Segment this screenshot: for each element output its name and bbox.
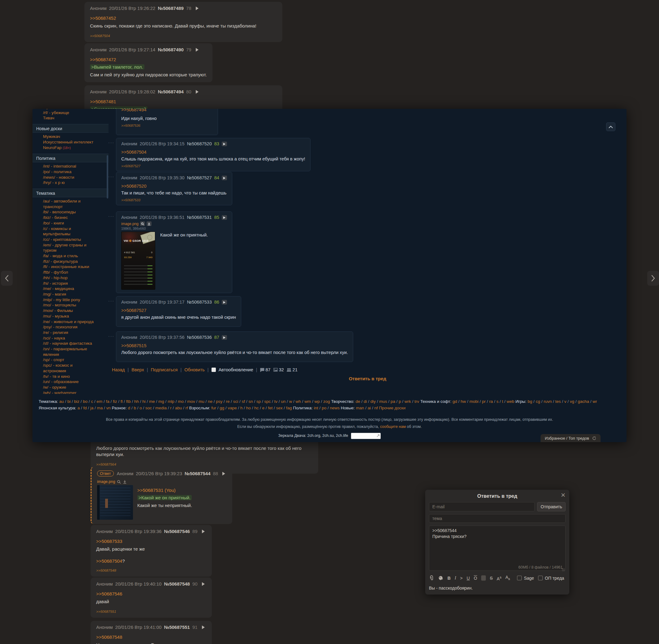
sidebar-board-link[interactable]: /re/ - религия (32, 330, 94, 336)
board-link[interactable]: media (155, 406, 167, 410)
send-button[interactable]: Отправить (537, 502, 566, 511)
sidebar-board-link[interactable]: /fiz/ - физкультура (32, 259, 94, 264)
download-icon[interactable] (146, 221, 152, 226)
next-page-button[interactable] (647, 271, 659, 286)
board-link[interactable]: ruvn (544, 399, 552, 404)
play-icon[interactable] (202, 530, 205, 533)
board-link[interactable]: s (496, 399, 499, 404)
magnifier-icon[interactable] (117, 480, 121, 484)
superscript-button[interactable]: Aa (497, 575, 501, 581)
play-icon[interactable] (202, 625, 205, 629)
sidebar-board-link[interactable]: /ne/ - животные и природа (32, 319, 94, 325)
board-link[interactable]: re (226, 399, 230, 404)
board-link[interactable]: em (96, 399, 103, 404)
post-image-thumbnail[interactable]: VIII ❂ GSOR 1010 4 612 5810 93 2597 949 (121, 232, 155, 290)
magnifier-icon[interactable] (140, 221, 145, 226)
post-menu-dots[interactable]: ··· (108, 214, 114, 218)
board-link[interactable]: p (399, 399, 401, 404)
quote-button[interactable]: > (460, 576, 463, 581)
play-icon[interactable] (222, 142, 227, 146)
download-icon[interactable] (123, 480, 127, 484)
mirror-widget[interactable] (351, 433, 381, 439)
sidebar-board-link[interactable]: /hi/ - история (32, 281, 94, 286)
overline-button[interactable]: O (474, 576, 477, 581)
board-link[interactable]: web (506, 399, 514, 404)
scroll-to-top-button[interactable] (606, 122, 615, 131)
board-link[interactable]: mov (187, 399, 195, 404)
sidebar-board-link[interactable]: /hh/ - hip-hop (32, 275, 94, 281)
play-icon[interactable] (222, 176, 227, 180)
board-link[interactable]: hh (134, 399, 139, 404)
email-field[interactable] (429, 502, 535, 511)
board-link[interactable]: b (134, 406, 136, 410)
sidebar-board-link[interactable]: /news/ - новости (32, 175, 94, 180)
board-link[interactable]: ra (489, 399, 493, 404)
board-link[interactable]: au (59, 399, 64, 404)
board-link[interactable]: mo (178, 399, 184, 404)
board-link[interactable]: fa (106, 399, 109, 404)
sidebar-board-link[interactable]: /rf/ - убежище (32, 110, 94, 116)
reply-link-you[interactable]: >>50687531 (You) (137, 487, 176, 493)
autoupdate-checkbox[interactable] (211, 368, 216, 372)
post-menu-dots[interactable]: ··· (108, 140, 114, 145)
play-icon[interactable] (222, 300, 227, 304)
board-link[interactable]: wh (296, 399, 301, 404)
sidebar-board-link[interactable]: /cc/ - криптовалюты (32, 237, 94, 243)
sidebar-board-link[interactable]: /spc/ - космос и астрономия (32, 363, 94, 373)
board-link[interactable]: o (139, 406, 142, 410)
favorites-bar[interactable]: Избранное / Топ тредов (541, 434, 600, 442)
sidebar-board-link[interactable]: Мужикач (32, 134, 94, 139)
sidebar-board-link[interactable]: /wh/ - warhammer (32, 390, 94, 394)
board-link[interactable]: spc (264, 399, 271, 404)
board-link[interactable]: mu (199, 399, 204, 404)
op-checkbox[interactable] (538, 576, 543, 580)
board-link[interactable]: abu (175, 406, 182, 410)
board-link[interactable]: w (289, 399, 292, 404)
post-number[interactable]: №50687544 (185, 471, 210, 476)
backlink[interactable]: >>50687548 (96, 569, 206, 572)
play-icon[interactable] (202, 582, 205, 586)
play-icon[interactable] (222, 335, 227, 340)
strike-button[interactable]: S (490, 576, 493, 581)
board-link[interactable]: sex (276, 406, 283, 410)
sage-checkbox-row[interactable]: Sage (517, 576, 534, 581)
post-menu-dots[interactable]: ··· (108, 174, 114, 179)
board-link[interactable]: zog (323, 399, 330, 404)
board-link[interactable]: bg (527, 399, 532, 404)
play-icon[interactable] (222, 472, 225, 476)
play-icon[interactable] (196, 6, 199, 10)
sidebar-board-link[interactable]: /ftb/ - футбол (32, 270, 94, 275)
board-link[interactable]: fet (268, 406, 272, 410)
attach-file-icon[interactable] (429, 575, 434, 581)
backlink[interactable]: >>50687564 (96, 462, 313, 466)
subject-field[interactable] (429, 514, 566, 523)
board-link[interactable]: bo (83, 399, 88, 404)
reply-link[interactable]: >>50687504 (96, 558, 122, 564)
sidebar-board-link[interactable]: /au/ - автомобили и транспорт (32, 199, 94, 209)
sidebar-board-link[interactable]: /int/ - international (32, 164, 94, 169)
board-link[interactable]: vape (228, 406, 237, 410)
board-link[interactable]: pa (391, 399, 395, 404)
board-link[interactable]: int (314, 406, 318, 410)
resize-handle[interactable] (562, 568, 565, 571)
sage-checkbox[interactable] (517, 576, 522, 580)
board-link[interactable]: wm (304, 399, 311, 404)
bold-button[interactable]: B (448, 576, 451, 581)
sidebar-board-link[interactable]: /un/ - образование (32, 379, 94, 385)
board-link[interactable]: soc (145, 406, 152, 410)
board-link[interactable]: di (364, 399, 367, 404)
sidebar-board-link[interactable]: /mu/ - музыка (32, 314, 94, 319)
sidebar-board-link[interactable]: /po/ - политика (32, 169, 94, 175)
post-menu-dots[interactable]: ··· (108, 334, 114, 339)
board-link[interactable]: hi (142, 399, 146, 404)
board-link[interactable]: gacha (578, 399, 589, 404)
reply-link[interactable]: >>50687527 (121, 308, 146, 313)
underline-button[interactable]: U (467, 576, 470, 581)
board-link[interactable]: wrk (405, 399, 411, 404)
post-number[interactable]: №50687548 (164, 581, 189, 586)
board-link[interactable]: trv (414, 399, 419, 404)
post-number[interactable]: №50687546 (164, 529, 189, 534)
draw-palette-icon[interactable] (438, 575, 444, 581)
back-link[interactable]: Назад (112, 367, 125, 372)
board-link[interactable]: wp (315, 399, 320, 404)
